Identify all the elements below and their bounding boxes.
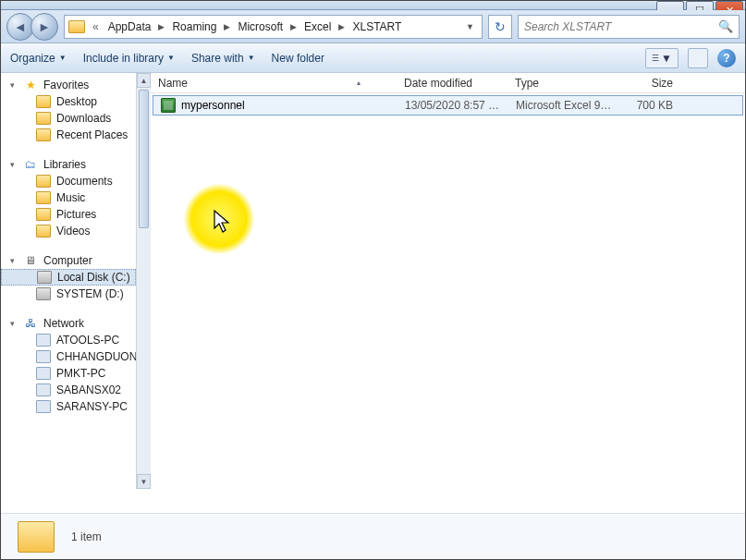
file-row-mypersonnel[interactable]: mypersonnel 13/05/2020 8:57 PM Microsoft…	[153, 95, 743, 116]
pc-icon	[36, 334, 51, 347]
sidebar-computer[interactable]: ▾ 🖥 Computer	[1, 252, 136, 269]
collapse-icon: ▾	[10, 80, 15, 90]
sidebar-scrollbar[interactable]: ▲ ▼	[136, 73, 151, 489]
breadcrumb-excel[interactable]: Excel	[300, 18, 335, 35]
address-bar[interactable]: « AppData ▶ Roaming ▶ Microsoft ▶ Excel …	[64, 15, 483, 39]
sidebar-item-pictures[interactable]: Pictures	[1, 206, 136, 223]
main-area: ▾ ★ Favorites Desktop Downloads Recent P…	[1, 73, 745, 489]
newfolder-label: New folder	[272, 52, 324, 65]
computer-label: Computer	[43, 254, 92, 267]
column-date[interactable]: Date modified	[397, 77, 508, 90]
column-size[interactable]: Size	[620, 77, 681, 90]
sidebar-item-network-pc[interactable]: CHHANGDUON	[1, 348, 136, 365]
sidebar-libraries[interactable]: ▾ 🗂 Libraries	[1, 156, 136, 173]
computer-icon: 🖥	[23, 254, 38, 267]
forward-button[interactable]: ►	[31, 13, 58, 41]
file-name: mypersonnel	[181, 99, 245, 112]
search-icon[interactable]: 🔍	[718, 19, 733, 33]
organize-button[interactable]: Organize ▼	[10, 52, 67, 65]
folder-icon	[36, 128, 51, 141]
breadcrumb-roaming[interactable]: Roaming	[168, 18, 220, 35]
sidebar-favorites[interactable]: ▾ ★ Favorites	[1, 77, 136, 93]
collapse-icon: ▾	[10, 319, 15, 328]
sort-indicator-icon: ▴	[357, 79, 388, 87]
scroll-thumb[interactable]	[139, 90, 149, 228]
pc-icon	[36, 383, 51, 396]
chevron-down-icon: ▼	[248, 54, 255, 62]
folder-icon	[36, 112, 51, 125]
library-icon: 🗂	[23, 158, 38, 171]
pc-icon	[36, 350, 51, 363]
navigation-bar: ◄ ► « AppData ▶ Roaming ▶ Microsoft ▶ Ex…	[1, 10, 745, 43]
search-input[interactable]	[524, 20, 718, 33]
titlebar: — ☐ ✕	[1, 1, 745, 10]
search-box[interactable]: 🔍	[518, 15, 740, 39]
share-with-button[interactable]: Share with ▼	[191, 52, 255, 65]
excel-file-icon	[161, 98, 176, 113]
videos-icon	[36, 225, 51, 237]
sidebar-item-documents[interactable]: Documents	[1, 173, 136, 189]
favorites-label: Favorites	[43, 79, 89, 91]
libraries-label: Libraries	[43, 158, 86, 171]
breadcrumb-xlstart[interactable]: XLSTART	[349, 18, 405, 35]
folder-icon	[68, 20, 85, 33]
address-dropdown-icon[interactable]: ▼	[462, 22, 478, 31]
column-type[interactable]: Type	[508, 77, 620, 90]
file-type: Microsoft Excel 97...	[508, 99, 621, 112]
pc-icon	[36, 367, 51, 380]
file-date: 13/05/2020 8:57 PM	[397, 99, 508, 112]
sidebar-item-network-pc[interactable]: ATOOLS-PC	[1, 332, 136, 348]
sidebar-item-network-pc[interactable]: SABANSX02	[1, 382, 136, 398]
sidebar-item-downloads[interactable]: Downloads	[1, 110, 136, 127]
status-item-count: 1 item	[71, 530, 102, 543]
collapse-icon: ▾	[10, 160, 15, 169]
network-icon: 🖧	[23, 317, 38, 330]
column-headers: Name ▴ Date modified Type Size	[151, 73, 745, 93]
preview-pane-button[interactable]	[688, 48, 708, 68]
drive-icon	[37, 271, 52, 284]
scroll-up-icon[interactable]: ▲	[137, 73, 151, 88]
organize-label: Organize	[10, 52, 55, 65]
navigation-pane: ▾ ★ Favorites Desktop Downloads Recent P…	[1, 73, 136, 489]
sidebar-network[interactable]: ▾ 🖧 Network	[1, 315, 136, 332]
toolbar: Organize ▼ Include in library ▼ Share wi…	[1, 43, 745, 73]
view-options-button[interactable]: ☰ ▼	[645, 48, 679, 68]
pc-icon	[36, 400, 51, 413]
breadcrumb-arrow[interactable]: ▶	[156, 22, 166, 31]
sidebar-item-system-d[interactable]: SYSTEM (D:)	[1, 286, 136, 302]
sidebar-item-recent-places[interactable]: Recent Places	[1, 127, 136, 143]
chevron-down-icon: ▼	[167, 54, 175, 62]
scroll-down-icon[interactable]: ▼	[137, 474, 151, 489]
share-label: Share with	[191, 52, 244, 65]
drive-icon	[36, 287, 51, 300]
sidebar-item-local-disk-c[interactable]: Local Disk (C:)	[1, 269, 136, 286]
chevron-down-icon: ▼	[59, 54, 67, 62]
collapse-icon: ▾	[10, 256, 15, 265]
column-name[interactable]: Name ▴	[151, 77, 397, 90]
breadcrumb-appdata[interactable]: AppData	[104, 18, 155, 35]
sidebar-item-network-pc[interactable]: SARANSY-PC	[1, 398, 136, 415]
folder-icon	[18, 521, 55, 553]
breadcrumb-arrow[interactable]: ▶	[336, 22, 347, 31]
sidebar-item-network-pc[interactable]: PMKT-PC	[1, 365, 136, 382]
file-size: 700 KB	[621, 99, 680, 112]
network-label: Network	[43, 317, 84, 330]
documents-icon	[36, 175, 51, 188]
file-list: Name ▴ Date modified Type Size mypersonn…	[151, 73, 745, 489]
music-icon	[36, 191, 51, 204]
new-folder-button[interactable]: New folder	[272, 52, 324, 65]
breadcrumb-prefix[interactable]: «	[89, 20, 103, 33]
include-in-library-button[interactable]: Include in library ▼	[83, 52, 175, 65]
breadcrumb-arrow[interactable]: ▶	[288, 22, 299, 31]
help-button[interactable]: ?	[717, 49, 736, 67]
include-label: Include in library	[83, 52, 164, 65]
pictures-icon	[36, 208, 51, 221]
refresh-button[interactable]: ↻	[488, 15, 512, 39]
star-icon: ★	[23, 79, 38, 91]
sidebar-item-music[interactable]: Music	[1, 189, 136, 206]
sidebar-item-videos[interactable]: Videos	[1, 223, 136, 239]
sidebar-item-desktop[interactable]: Desktop	[1, 93, 136, 110]
breadcrumb-arrow[interactable]: ▶	[222, 22, 232, 31]
breadcrumb-microsoft[interactable]: Microsoft	[234, 18, 287, 35]
folder-icon	[36, 95, 51, 108]
